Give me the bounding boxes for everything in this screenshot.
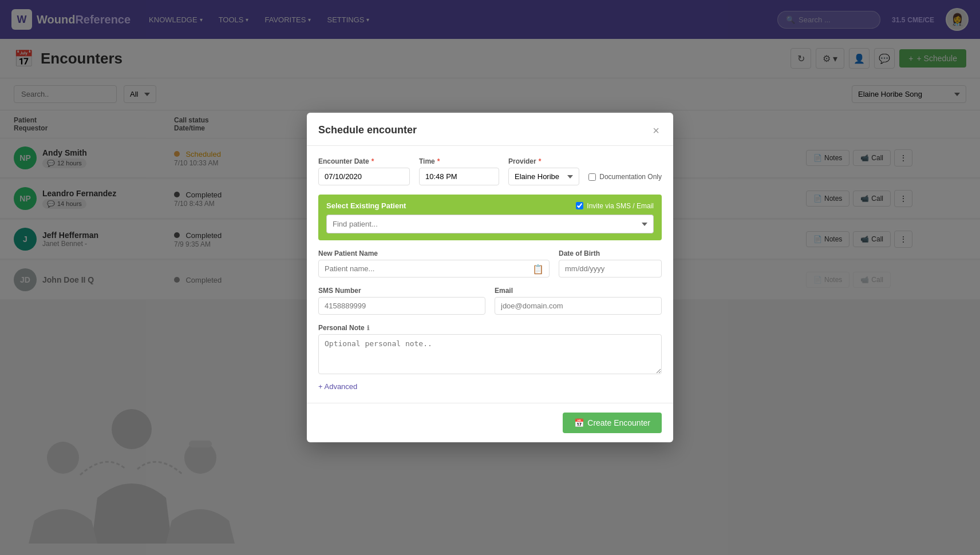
- modal-body: Encounter Date * Time * Provider *: [307, 146, 673, 301]
- sms-email-row: SMS Number Email: [318, 287, 662, 301]
- clipboard-icon: 📋: [532, 263, 544, 274]
- encounter-date-group: Encounter Date *: [318, 157, 410, 185]
- sms-input[interactable]: [318, 297, 485, 301]
- dob-group: Date of Birth: [559, 249, 662, 278]
- modal-title: Schedule encounter: [318, 124, 417, 136]
- email-input[interactable]: [495, 297, 662, 301]
- provider-label: Provider *: [508, 157, 579, 165]
- find-patient-input[interactable]: [326, 215, 654, 233]
- new-patient-name-label: New Patient Name: [318, 249, 550, 257]
- modal-overlay[interactable]: Schedule encounter × Encounter Date * Ti…: [0, 0, 980, 301]
- required-star: *: [372, 157, 374, 165]
- doc-only-checkbox[interactable]: [588, 173, 596, 181]
- encounter-date-row: Encounter Date * Time * Provider *: [318, 157, 662, 185]
- encounter-date-label: Encounter Date *: [318, 157, 410, 165]
- time-label: Time *: [419, 157, 499, 165]
- close-button[interactable]: ×: [650, 125, 662, 136]
- new-patient-name-input[interactable]: [318, 260, 550, 278]
- provider-dropdown[interactable]: Elaine Horibe Song: [508, 168, 579, 185]
- email-label: Email: [495, 287, 662, 295]
- patient-section: Select Existing Patient Invite via SMS /…: [318, 195, 662, 240]
- dob-label: Date of Birth: [559, 249, 662, 257]
- time-input[interactable]: [419, 168, 499, 185]
- required-star: *: [437, 157, 440, 165]
- patient-section-header: Select Existing Patient Invite via SMS /…: [326, 201, 654, 210]
- invite-sms-email-checkbox[interactable]: [576, 202, 583, 209]
- time-group: Time *: [419, 157, 499, 185]
- new-patient-row: New Patient Name 📋 Date of Birth: [318, 249, 662, 278]
- new-patient-name-group: New Patient Name 📋: [318, 249, 550, 278]
- encounter-date-input[interactable]: [318, 168, 410, 185]
- email-group: Email: [495, 287, 662, 301]
- sms-group: SMS Number: [318, 287, 485, 301]
- dob-input[interactable]: [559, 260, 662, 278]
- required-star: *: [539, 157, 542, 165]
- doc-only-label: Documentation Only: [588, 173, 662, 181]
- schedule-encounter-modal: Schedule encounter × Encounter Date * Ti…: [307, 113, 673, 301]
- modal-header: Schedule encounter ×: [307, 113, 673, 146]
- provider-group: Provider * Elaine Horibe Song: [508, 157, 579, 185]
- sms-label: SMS Number: [318, 287, 485, 295]
- patient-section-label: Select Existing Patient: [326, 201, 406, 210]
- invite-check-label: Invite via SMS / Email: [576, 202, 654, 210]
- doc-only-group: Documentation Only: [588, 157, 662, 185]
